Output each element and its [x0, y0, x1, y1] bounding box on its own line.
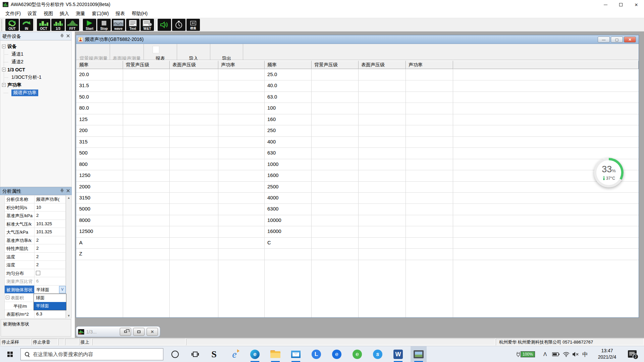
table-cell[interactable]	[218, 181, 264, 192]
table-cell[interactable]	[123, 192, 169, 203]
table-cell[interactable]	[406, 226, 452, 237]
table-cell[interactable]	[170, 215, 218, 226]
table-cell[interactable]	[312, 215, 358, 226]
table-cell[interactable]	[312, 92, 358, 103]
property-value-10[interactable]: 6	[35, 277, 66, 286]
dropdown-option-半球面[interactable]: 半球面	[34, 302, 66, 310]
table-cell[interactable]	[312, 181, 358, 192]
menu-item-2[interactable]: 视图	[40, 10, 56, 18]
table-cell[interactable]	[123, 203, 169, 215]
maximize-button[interactable]	[613, 0, 629, 9]
property-label-8[interactable]: 湿度	[5, 261, 35, 269]
ime-indicator[interactable]: 中	[582, 346, 588, 362]
close-button[interactable]: ✕	[629, 0, 644, 9]
property-grid-scrollbar[interactable]: ▲ ▼	[66, 195, 71, 318]
table-cell[interactable]	[312, 80, 358, 91]
table-cell[interactable]	[359, 237, 405, 248]
table-cell[interactable]	[123, 92, 169, 103]
table-cell[interactable]	[312, 192, 358, 203]
table-cell[interactable]	[123, 159, 169, 170]
property-value-7[interactable]: 2	[35, 253, 66, 261]
tree-item-1/3 OCT[interactable]: −1/3 OCT	[0, 66, 72, 73]
tree-item-通道2[interactable]: 通道2	[0, 58, 72, 66]
table-cell[interactable]	[123, 181, 169, 192]
table-cell[interactable]	[123, 147, 169, 159]
table-cell[interactable]	[406, 181, 452, 192]
table-cell[interactable]	[359, 181, 405, 192]
property-label-2[interactable]: 基准声压/kPa	[5, 212, 35, 220]
mail-icon[interactable]	[288, 346, 304, 362]
table-cell[interactable]: 200	[76, 125, 122, 136]
column-header-5[interactable]: 背景声压级	[312, 61, 359, 69]
table-cell[interactable]	[170, 248, 218, 259]
maximize-window-icon[interactable]	[133, 328, 145, 336]
table-cell[interactable]	[406, 215, 452, 226]
speaker-icon[interactable]	[158, 19, 171, 31]
results-table[interactable]: 20.025.031.540.050.063.080.0100125160200…	[76, 69, 639, 317]
table-cell[interactable]	[406, 69, 452, 80]
child-button-导入[interactable]: 导入	[177, 44, 210, 60]
column-header-7[interactable]: 声功率	[406, 61, 453, 69]
table-cell[interactable]	[123, 237, 169, 248]
child-minimize-button[interactable]: —	[598, 37, 610, 43]
table-cell[interactable]	[312, 226, 358, 237]
third-oct-icon[interactable]: 1/3	[51, 19, 65, 31]
menu-item-1[interactable]: 设置	[24, 10, 40, 18]
table-cell[interactable]	[312, 237, 358, 248]
task-view-icon[interactable]	[187, 346, 203, 362]
table-cell[interactable]	[170, 192, 218, 203]
minimize-button[interactable]	[598, 0, 613, 9]
table-cell[interactable]	[312, 69, 358, 80]
clock[interactable]: 13:47 2021/2/4	[594, 348, 621, 360]
table-cell[interactable]: 800	[76, 159, 122, 170]
table-cell[interactable]	[123, 136, 169, 147]
table-cell[interactable]	[123, 226, 169, 237]
table-cell[interactable]	[359, 248, 405, 259]
property-value-6[interactable]: 2	[35, 244, 66, 253]
table-cell[interactable]	[218, 226, 264, 237]
table-cell[interactable]: 315	[76, 136, 122, 147]
table-cell[interactable]	[123, 103, 169, 114]
collapse-icon[interactable]: −	[6, 296, 9, 299]
table-cell[interactable]	[170, 69, 218, 80]
table-cell[interactable]	[218, 192, 264, 203]
tree-item-设备[interactable]: −设备	[0, 43, 72, 50]
scroll-up-icon[interactable]: ▲	[67, 196, 71, 200]
table-cell[interactable]	[123, 215, 169, 226]
table-cell[interactable]	[406, 136, 452, 147]
table-cell[interactable]	[359, 159, 405, 170]
start-button[interactable]	[0, 346, 20, 362]
table-cell[interactable]	[312, 248, 358, 259]
table-cell[interactable]: 125	[76, 114, 122, 125]
child-maximize-button[interactable]: ▢	[611, 37, 623, 43]
property-value-8[interactable]: 2	[35, 261, 66, 269]
table-cell[interactable]	[359, 215, 405, 226]
column-header-3[interactable]: 声功率	[218, 61, 265, 69]
table-cell[interactable]	[170, 226, 218, 237]
table-cell[interactable]	[359, 80, 405, 91]
table-cell[interactable]	[312, 114, 358, 125]
table-cell[interactable]	[312, 170, 358, 181]
table-cell[interactable]	[170, 159, 218, 170]
table-cell[interactable]: 16000	[265, 226, 311, 237]
table-cell[interactable]	[218, 215, 264, 226]
minimized-child-window[interactable]: 1/3 1/3... ✕	[76, 326, 160, 337]
search-input[interactable]: 在这里输入你要搜索的内容	[20, 348, 163, 360]
table-cell[interactable]	[359, 92, 405, 103]
table-cell[interactable]	[406, 125, 452, 136]
table-cell[interactable]: 2000	[76, 181, 122, 192]
power-battery-tray[interactable]: 100%	[516, 346, 535, 362]
battery-temperature-gauge[interactable]: 33% 37°C	[594, 158, 624, 187]
oct-icon[interactable]: OCT	[37, 19, 50, 31]
table-cell[interactable]	[312, 103, 358, 114]
property-value-1[interactable]: 10	[35, 203, 66, 212]
child-titlebar[interactable]: 频谱声功率(GBT6882-2016) — ▢ ✕	[76, 35, 639, 44]
table-cell[interactable]: 20.0	[76, 69, 122, 80]
table-cell[interactable]	[359, 125, 405, 136]
column-header-6[interactable]: 表面声压级	[359, 61, 406, 69]
property-value-14[interactable]: 6.3	[35, 310, 66, 318]
property-label-0[interactable]: 分析仪名称	[5, 195, 35, 203]
property-label-3[interactable]: 标准大气压/k	[5, 220, 35, 228]
table-cell[interactable]: 63.0	[265, 92, 311, 103]
table-cell[interactable]	[218, 69, 264, 80]
